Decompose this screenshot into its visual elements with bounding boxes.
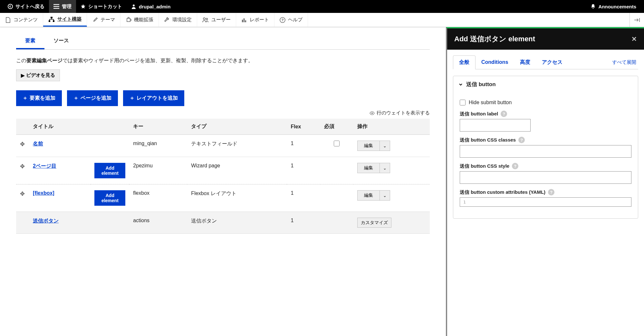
side-tab-advanced[interactable]: 高度 (514, 56, 536, 69)
add-element-button[interactable]: ＋要素を追加 (16, 90, 62, 106)
help-icon: ? (280, 17, 285, 23)
svg-point-5 (203, 18, 205, 20)
th-key[interactable]: キー (129, 119, 187, 135)
menu-appearance[interactable]: テーマ (87, 13, 120, 27)
customize-button[interactable]: カスタマイズ (357, 218, 391, 228)
edit-button[interactable]: 編集 (357, 141, 380, 151)
menu-config-label: 環境設定 (172, 17, 192, 23)
user-icon (131, 4, 136, 9)
row-type: Wizard page (187, 157, 287, 184)
user-menu[interactable]: drupal_admin (127, 0, 175, 13)
edit-button[interactable]: 編集 (357, 190, 380, 201)
play-icon: ▶ (21, 73, 25, 78)
puzzle-icon (126, 17, 131, 23)
back-to-site[interactable]: サイトへ戻る (3, 0, 49, 13)
add-element-inline-button[interactable]: Add element (94, 163, 125, 178)
hide-submit-checkbox[interactable] (460, 100, 466, 105)
menu-extend[interactable]: 機能拡張 (120, 13, 159, 27)
bell-icon (591, 4, 596, 9)
admin-menubar: コンテンツ サイト構築 テーマ 機能拡張 環境設定 ユーザー レポート ? ヘル… (0, 13, 644, 27)
shortcuts-link[interactable]: ショートカット (76, 0, 127, 13)
svg-point-12 (371, 113, 373, 114)
table-row: ✥ 2ページ目 Add element 2pezimu Wizard page … (16, 157, 430, 184)
add-element-inline-button[interactable]: Add element (94, 190, 125, 206)
svg-point-0 (8, 4, 13, 9)
add-page-button[interactable]: ＋ページを追加 (67, 90, 118, 106)
expand-all-link[interactable]: すべて展開 (612, 59, 638, 65)
details-body: Hide submit button 送信 button label? 送信 b… (453, 93, 638, 218)
menu-structure[interactable]: サイト構築 (43, 13, 87, 27)
row-title-link[interactable]: 名前 (33, 141, 43, 146)
menu-content-label: コンテンツ (14, 17, 38, 23)
row-title-link[interactable]: [flexbox] (33, 190, 54, 196)
ops-dropdown-button[interactable]: ⌄ (380, 141, 390, 151)
button-label-input[interactable] (460, 119, 531, 132)
close-button[interactable]: ✕ (631, 35, 637, 43)
local-tabs: 要素 ソース (16, 34, 430, 50)
close-icon: ✕ (631, 35, 637, 43)
paintbrush-icon (92, 17, 98, 23)
admin-topbar: サイトへ戻る 管理 ショートカット drupal_admin Announcem… (0, 0, 644, 13)
edit-button[interactable]: 編集 (357, 163, 380, 173)
drag-handle-icon[interactable]: ✥ (20, 191, 25, 197)
side-tab-conditions[interactable]: Conditions (476, 56, 514, 68)
menu-people[interactable]: ユーザー (197, 13, 236, 27)
show-weights-label: 行のウェイトを表示する (377, 110, 430, 116)
svg-point-1 (133, 5, 135, 6)
tab-source[interactable]: ソース (44, 34, 78, 49)
page-description: この要素編集ページでは要素やウィザード用のページを追加、更新、複製、削除すること… (16, 57, 430, 64)
required-checkbox[interactable] (334, 141, 340, 146)
show-weights-toggle[interactable]: 行のウェイトを表示する (16, 110, 430, 116)
manage-toggle[interactable]: 管理 (49, 0, 76, 13)
th-flex[interactable]: Flex (287, 119, 320, 135)
eye-icon (370, 111, 375, 115)
menu-config[interactable]: 環境設定 (159, 13, 197, 27)
css-classes-input[interactable] (460, 145, 631, 158)
menu-content[interactable]: コンテンツ (0, 13, 43, 27)
menu-help-label: ヘルプ (288, 17, 303, 23)
side-tab-general[interactable]: 全般 (453, 55, 476, 69)
yaml-input[interactable]: 1 (460, 197, 631, 207)
people-icon (202, 17, 209, 23)
help-icon[interactable]: ? (548, 189, 554, 195)
row-type: Flexbox レイアウト (187, 184, 287, 212)
menu-help[interactable]: ? ヘルプ (274, 13, 308, 27)
ops-dropdown-button[interactable]: ⌄ (380, 163, 390, 173)
svg-rect-3 (49, 20, 50, 22)
css-style-input[interactable] (460, 171, 631, 184)
chevron-down-icon: ⌄ (383, 143, 387, 148)
add-layout-label: レイアウトを追加 (137, 95, 178, 102)
help-icon[interactable]: ? (518, 137, 525, 143)
wrench-icon (164, 17, 170, 23)
th-type[interactable]: タイプ (187, 119, 287, 135)
watch-video-button[interactable]: ▶ ビデオを見る (16, 69, 60, 81)
ops-dropdown-button[interactable]: ⌄ (380, 190, 390, 201)
th-ops[interactable]: 操作 (353, 119, 430, 135)
menu-reports[interactable]: レポート (236, 13, 274, 27)
help-icon[interactable]: ? (501, 111, 507, 117)
side-tab-access[interactable]: アクセス (536, 56, 568, 69)
content-area: 要素 ソース この要素編集ページでは要素やウィザード用のページを追加、更新、複製… (0, 27, 644, 336)
manage-label: 管理 (62, 4, 72, 10)
sidebar-collapse-button[interactable] (630, 13, 644, 27)
row-title-link[interactable]: 送信ボタン (33, 218, 59, 223)
th-required[interactable]: 必須 (320, 119, 353, 135)
offcanvas-header: Add 送信ボタン element ✕ (447, 28, 644, 50)
row-title-link[interactable]: 2ページ目 (33, 163, 56, 169)
help-icon[interactable]: ? (512, 163, 518, 169)
hide-submit-row: Hide submit button (460, 100, 631, 105)
tab-elements[interactable]: 要素 (16, 34, 44, 49)
announcements-link[interactable]: Announcements (586, 0, 641, 13)
add-layout-button[interactable]: ＋レイアウトを追加 (123, 90, 184, 106)
document-icon (5, 17, 11, 23)
drag-handle-icon[interactable]: ✥ (20, 163, 25, 170)
plus-icon: ＋ (23, 95, 28, 102)
hide-submit-label: Hide submit button (469, 100, 512, 105)
details-toggle[interactable]: 送信 button (453, 76, 638, 93)
css-style-label: 送信 button CSS style (460, 163, 509, 169)
th-title[interactable]: タイトル (29, 119, 91, 135)
details-title: 送信 button (466, 81, 496, 88)
css-classes-row: 送信 button CSS classes? (460, 137, 631, 158)
topbar-right: Announcements (586, 0, 641, 13)
drag-handle-icon[interactable]: ✥ (20, 141, 25, 147)
